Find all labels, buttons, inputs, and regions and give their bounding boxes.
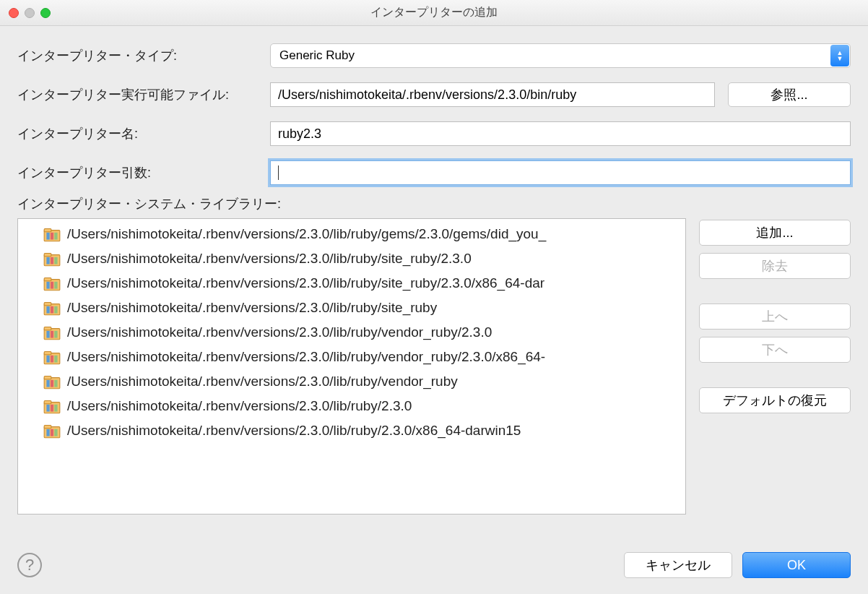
svg-rect-26 (44, 351, 51, 354)
dialog-content: インタープリター・タイプ: Generic Ruby ▲▼ インタープリター実行… (0, 26, 868, 523)
svg-rect-42 (46, 429, 49, 436)
browse-button[interactable]: 参照... (728, 82, 851, 107)
svg-rect-31 (44, 376, 51, 379)
svg-rect-9 (54, 257, 57, 264)
interpreter-name-input[interactable] (270, 121, 851, 146)
svg-rect-22 (46, 331, 49, 338)
list-item[interactable]: /Users/nishimotokeita/.rbenv/versions/2.… (18, 320, 685, 345)
library-folder-icon (43, 397, 61, 416)
window-minimize-button (25, 8, 35, 18)
svg-rect-13 (51, 282, 53, 289)
help-button[interactable]: ? (17, 553, 42, 577)
restore-defaults-button[interactable]: デフォルトの復元 (699, 387, 851, 413)
interpreter-type-label: インタープリター・タイプ: (17, 47, 270, 64)
svg-rect-2 (46, 233, 49, 240)
svg-rect-7 (46, 257, 49, 264)
svg-rect-8 (51, 257, 53, 264)
text-caret-icon (278, 165, 279, 180)
library-folder-icon (43, 274, 61, 293)
dialog-footer: ? キャンセル OK (17, 552, 851, 578)
executable-label: インタープリター実行可能ファイル: (17, 86, 270, 103)
list-item[interactable]: /Users/nishimotokeita/.rbenv/versions/2.… (18, 246, 685, 271)
library-folder-icon (43, 298, 61, 317)
svg-rect-4 (54, 233, 57, 240)
add-library-button[interactable]: 追加... (699, 220, 851, 246)
move-down-button: 下へ (699, 337, 851, 363)
libraries-label: インタープリター・システム・ライブラリー: (17, 195, 851, 212)
window-title: インタープリターの追加 (9, 5, 859, 20)
list-item[interactable]: /Users/nishimotokeita/.rbenv/versions/2.… (18, 345, 685, 369)
library-folder-icon (43, 323, 61, 342)
remove-library-button: 除去 (699, 253, 851, 279)
library-folder-icon (43, 249, 61, 268)
svg-rect-19 (54, 306, 57, 314)
svg-rect-21 (44, 327, 51, 330)
help-icon: ? (25, 556, 34, 574)
svg-rect-16 (44, 302, 51, 305)
svg-rect-11 (44, 277, 51, 280)
svg-rect-39 (54, 405, 57, 412)
cancel-button[interactable]: キャンセル (624, 552, 732, 578)
library-folder-icon (43, 372, 61, 391)
svg-rect-44 (54, 429, 57, 436)
libraries-list[interactable]: /Users/nishimotokeita/.rbenv/versions/2.… (17, 218, 686, 515)
svg-rect-34 (54, 380, 57, 387)
interpreter-args-input[interactable] (270, 160, 851, 185)
svg-rect-33 (51, 380, 53, 387)
svg-rect-29 (54, 356, 57, 363)
library-side-buttons: 追加... 除去 上へ 下へ デフォルトの復元 (699, 218, 851, 413)
library-folder-icon (43, 348, 61, 366)
library-folder-icon (43, 225, 61, 244)
svg-rect-32 (46, 380, 49, 387)
svg-rect-23 (51, 331, 53, 338)
svg-rect-27 (46, 356, 49, 363)
svg-rect-38 (51, 405, 53, 412)
list-item[interactable]: /Users/nishimotokeita/.rbenv/versions/2.… (18, 369, 685, 394)
titlebar: インタープリターの追加 (0, 0, 868, 26)
ok-button[interactable]: OK (742, 552, 851, 578)
window-close-button[interactable] (9, 8, 19, 18)
svg-rect-37 (46, 405, 49, 412)
traffic-lights (9, 8, 51, 18)
move-up-button: 上へ (699, 304, 851, 330)
svg-rect-14 (54, 282, 57, 289)
interpreter-type-select[interactable]: Generic Ruby ▲▼ (270, 43, 851, 68)
svg-rect-41 (44, 425, 51, 428)
svg-rect-3 (51, 233, 53, 240)
list-item[interactable]: /Users/nishimotokeita/.rbenv/versions/2.… (18, 296, 685, 320)
interpreter-type-value: Generic Ruby (279, 48, 355, 63)
svg-rect-12 (46, 282, 49, 289)
list-item[interactable]: /Users/nishimotokeita/.rbenv/versions/2.… (18, 418, 685, 443)
library-folder-icon (43, 421, 61, 440)
interpreter-args-label: インタープリター引数: (17, 164, 270, 181)
svg-rect-36 (44, 400, 51, 403)
svg-rect-17 (46, 306, 49, 314)
interpreter-name-label: インタープリター名: (17, 125, 270, 142)
svg-rect-43 (51, 429, 53, 436)
list-item[interactable]: /Users/nishimotokeita/.rbenv/versions/2.… (18, 222, 685, 246)
executable-input[interactable] (270, 82, 715, 107)
window-zoom-button[interactable] (40, 8, 51, 18)
svg-rect-1 (44, 228, 51, 231)
list-item[interactable]: /Users/nishimotokeita/.rbenv/versions/2.… (18, 394, 685, 418)
select-arrows-icon: ▲▼ (830, 45, 849, 66)
list-item[interactable]: /Users/nishimotokeita/.rbenv/versions/2.… (18, 271, 685, 296)
svg-rect-6 (44, 253, 51, 256)
svg-rect-24 (54, 331, 57, 338)
svg-rect-18 (51, 306, 53, 314)
svg-rect-28 (51, 356, 53, 363)
